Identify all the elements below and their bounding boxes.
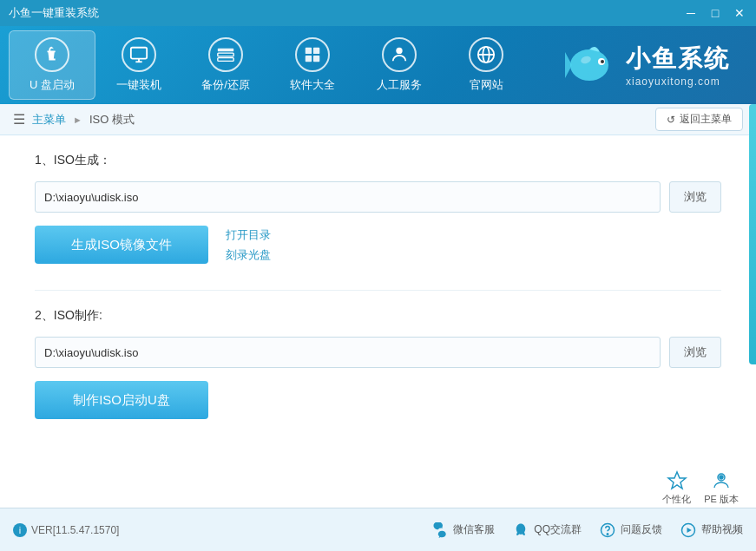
logo-title: 小鱼系统 [626,43,730,75]
nav-label-backup: 备份/还原 [201,77,250,93]
close-btn[interactable]: ✕ [732,6,747,20]
back-label: 返回主菜单 [680,112,732,127]
breadcrumb-home[interactable]: 主菜单 [32,112,66,128]
generate-iso-btn[interactable]: 生成ISO镜像文件 [35,226,208,264]
section1-input-row: 浏览 [35,181,721,213]
video-label: 帮助视频 [701,522,743,537]
side-links: 打开目录 刻录光盘 [226,227,271,263]
qq-icon [512,521,529,539]
svg-marker-15 [565,52,572,78]
nav-label-usb: U 盘启动 [30,77,75,93]
pe-version-label: PE 版本 [704,493,739,506]
svg-rect-8 [306,56,312,62]
logo-subtitle: xiaoyuxitong.com [626,75,730,88]
maximize-btn[interactable]: □ [707,6,723,20]
nav-label-website: 官网站 [470,77,503,93]
nav-items: U 盘启动 一键装机 备份/还原 [9,30,556,100]
breadcrumb-menu-icon: ☰ [13,111,25,128]
section2: 2、ISO制作: 浏览 制作ISO启动U盘 [35,308,721,419]
nav-item-website[interactable]: 官网站 [443,30,529,100]
nav-item-software[interactable]: 软件大全 [269,30,356,100]
app-title: 小鱼一键重装系统 [9,5,99,21]
svg-point-23 [607,533,608,535]
nav-item-usb-boot[interactable]: U 盘启动 [9,30,95,100]
logo-text: 小鱼系统 xiaoyuxitong.com [626,43,730,88]
back-btn[interactable]: ↺ 返回主菜单 [655,108,743,131]
footer-links: 微信客服 QQ交流群 问题反馈 [431,521,743,539]
section1-title: 1、ISO生成： [35,153,721,168]
footer-link-feedback[interactable]: 问题反馈 [599,521,662,539]
usb-icon [35,37,69,72]
svg-point-17 [601,60,604,63]
svg-point-21 [720,476,723,479]
svg-rect-6 [306,48,312,54]
nav-item-service[interactable]: 人工服务 [356,30,443,100]
window-controls: ─ □ ✕ [683,6,747,20]
nav-item-backup[interactable]: 备份/还原 [182,30,269,100]
open-dir-link[interactable]: 打开目录 [226,227,271,243]
nav-label-service: 人工服务 [377,77,422,93]
version-info: i VER[11.5.47.1570] [13,523,119,537]
nav-label-one-key: 一键装机 [116,77,161,93]
section2-title: 2、ISO制作: [35,308,721,324]
personalize-btn[interactable]: 个性化 [662,470,691,506]
logo-area: 小鱼系统 xiaoyuxitong.com [556,39,747,91]
svg-marker-19 [668,472,686,489]
footer: i VER[11.5.47.1570] 微信客服 QQ交流群 [0,508,756,551]
header-nav: U 盘启动 一键装机 备份/还原 [0,26,756,104]
svg-point-10 [396,48,402,54]
svg-marker-25 [687,528,692,533]
breadcrumb-bar: ☰ 主菜单 ► ISO 模式 ↺ 返回主菜单 [0,104,756,135]
breadcrumb: ☰ 主菜单 ► ISO 模式 [13,111,135,128]
svg-rect-3 [218,49,233,52]
minimize-btn[interactable]: ─ [683,6,699,20]
section1-action-row: 生成ISO镜像文件 打开目录 刻录光盘 [35,226,721,264]
info-icon: i [13,523,27,537]
backup-icon [208,37,243,72]
svg-rect-0 [131,48,147,59]
breadcrumb-separator: ► [73,115,82,125]
personalize-label: 个性化 [662,493,691,506]
person-icon [382,37,417,72]
version-text: VER[11.5.47.1570] [31,524,119,536]
nav-label-software: 软件大全 [290,77,335,93]
section1-browse-btn[interactable]: 浏览 [669,181,721,213]
svg-rect-7 [313,48,319,54]
logo-fish-icon [556,39,617,91]
section2-action-row: 制作ISO启动U盘 [35,381,721,419]
title-bar: 小鱼一键重装系统 ─ □ ✕ [0,0,756,26]
right-accent [749,104,756,364]
svg-rect-5 [218,58,233,62]
back-icon: ↺ [667,114,675,126]
nav-item-one-key[interactable]: 一键装机 [95,30,182,100]
question-icon [599,521,616,539]
globe-icon [469,37,503,72]
svg-point-14 [570,49,608,81]
section2-browse-btn[interactable]: 浏览 [669,337,721,368]
section1: 1、ISO生成： 浏览 生成ISO镜像文件 打开目录 刻录光盘 [35,153,721,264]
breadcrumb-current: ISO 模式 [89,112,135,128]
svg-rect-9 [313,56,319,62]
section1-path-input[interactable] [35,181,661,213]
section2-path-input[interactable] [35,337,661,368]
burn-link[interactable]: 刻录光盘 [226,247,271,263]
footer-icon-buttons: 个性化 PE 版本 [662,470,739,506]
monitor-icon [122,37,156,72]
grid-icon [295,37,330,72]
footer-link-video[interactable]: 帮助视频 [680,521,743,539]
video-icon [680,521,697,539]
footer-link-qq[interactable]: QQ交流群 [512,521,582,539]
wechat-icon [431,521,449,539]
pe-version-btn[interactable]: PE 版本 [704,470,739,506]
section-divider [35,290,721,291]
make-iso-btn[interactable]: 制作ISO启动U盘 [35,381,208,419]
footer-link-wechat[interactable]: 微信客服 [431,521,495,539]
svg-rect-4 [218,53,233,56]
main-content: 1、ISO生成： 浏览 生成ISO镜像文件 打开目录 刻录光盘 2、ISO制作:… [0,135,756,508]
qq-label: QQ交流群 [534,522,582,537]
wechat-label: 微信客服 [453,522,495,537]
section2-input-row: 浏览 [35,337,721,368]
feedback-label: 问题反馈 [621,522,662,537]
